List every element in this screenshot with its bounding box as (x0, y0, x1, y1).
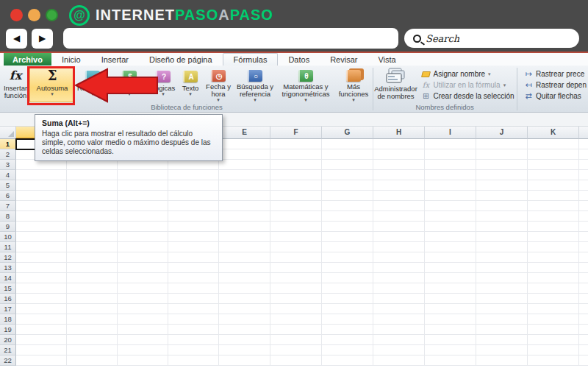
cell[interactable] (118, 180, 168, 191)
ribbon-button-fecha-y-hora[interactable]: ◷Fecha y hora▾ (203, 66, 234, 102)
cell[interactable] (322, 252, 373, 263)
cell[interactable] (16, 242, 67, 252)
cell[interactable] (579, 180, 588, 191)
cell[interactable] (118, 201, 168, 211)
cell[interactable] (118, 242, 168, 252)
cell[interactable] (270, 273, 322, 283)
cell[interactable] (67, 263, 118, 273)
cell[interactable] (579, 345, 588, 355)
cell[interactable] (579, 335, 588, 345)
cell[interactable] (16, 211, 67, 222)
cell[interactable] (219, 160, 270, 170)
row-header-15[interactable]: 15 (0, 283, 16, 294)
cell[interactable] (118, 160, 168, 170)
cell[interactable] (373, 273, 425, 283)
cell[interactable] (270, 355, 322, 366)
cell[interactable] (16, 180, 67, 191)
cell[interactable] (528, 170, 579, 180)
row-header-12[interactable]: 12 (0, 252, 16, 263)
cell[interactable] (118, 355, 168, 366)
row-header-19[interactable]: 19 (0, 325, 16, 335)
cell[interactable] (270, 242, 322, 252)
cell[interactable] (67, 283, 118, 294)
cell[interactable] (16, 252, 67, 263)
cell[interactable] (528, 252, 579, 263)
cell[interactable] (476, 283, 528, 294)
cell[interactable] (168, 191, 219, 201)
cell[interactable] (322, 263, 373, 273)
cell[interactable] (16, 170, 67, 180)
cell[interactable] (67, 222, 118, 232)
cell[interactable] (118, 304, 168, 314)
cell[interactable] (219, 222, 270, 232)
cell[interactable] (476, 294, 528, 304)
cell[interactable] (528, 325, 579, 335)
cell[interactable] (425, 211, 476, 222)
row-header-18[interactable]: 18 (0, 314, 16, 325)
minimize-window-button[interactable] (28, 9, 40, 21)
cell[interactable] (425, 335, 476, 345)
ribbon-button-busqueda-y-referencia[interactable]: ○Búsqueda y referencia▾ (234, 66, 276, 102)
cell[interactable] (373, 201, 425, 211)
tab-inicio[interactable]: Inicio (51, 53, 91, 66)
cell[interactable] (373, 355, 425, 366)
cell[interactable] (579, 273, 588, 283)
cell[interactable] (476, 191, 528, 201)
cell[interactable] (476, 355, 528, 366)
cell[interactable] (118, 252, 168, 263)
cell[interactable] (425, 304, 476, 314)
cell[interactable] (528, 283, 579, 294)
row-header-21[interactable]: 21 (0, 345, 16, 355)
row-header-6[interactable]: 6 (0, 191, 16, 201)
cell[interactable] (67, 252, 118, 263)
row-header-2[interactable]: 2 (0, 149, 16, 160)
cell[interactable] (579, 170, 588, 180)
cell[interactable] (476, 304, 528, 314)
cell[interactable] (373, 242, 425, 252)
cell[interactable] (168, 242, 219, 252)
cell[interactable] (219, 211, 270, 222)
cell[interactable] (579, 211, 588, 222)
column-header-F[interactable]: F (270, 127, 322, 139)
ribbon-button-mas-funciones[interactable]: Más funciones▾ (335, 66, 372, 102)
cell[interactable] (219, 201, 270, 211)
cell[interactable] (425, 139, 476, 149)
cell[interactable] (168, 314, 219, 325)
cell[interactable] (168, 201, 219, 211)
cell[interactable] (168, 283, 219, 294)
cell[interactable] (219, 232, 270, 242)
cell[interactable] (425, 355, 476, 366)
cell[interactable] (425, 160, 476, 170)
cell[interactable] (118, 222, 168, 232)
select-all-corner[interactable] (0, 127, 16, 139)
cell[interactable] (425, 345, 476, 355)
cell[interactable] (373, 252, 425, 263)
cell[interactable] (270, 304, 322, 314)
forward-button[interactable]: ▶ (32, 29, 53, 49)
column-header[interactable] (579, 127, 588, 139)
cell[interactable] (322, 283, 373, 294)
column-header-E[interactable]: E (219, 127, 270, 139)
tab-datos[interactable]: Datos (278, 53, 320, 66)
tab-revisar[interactable]: Revisar (320, 53, 368, 66)
cell[interactable] (425, 170, 476, 180)
cell[interactable] (168, 325, 219, 335)
cell[interactable] (118, 170, 168, 180)
cell[interactable] (322, 149, 373, 160)
cell[interactable] (67, 201, 118, 211)
cell[interactable] (373, 263, 425, 273)
ribbon-button-rastrear-precedentes[interactable]: ↦Rastrear prece (523, 68, 587, 79)
search-box[interactable]: Search (404, 29, 579, 48)
cell[interactable] (168, 160, 219, 170)
cell[interactable] (528, 160, 579, 170)
cell[interactable] (322, 314, 373, 325)
cell[interactable] (476, 160, 528, 170)
cell[interactable] (425, 201, 476, 211)
cell[interactable] (476, 201, 528, 211)
cell[interactable] (67, 273, 118, 283)
tab-formulas[interactable]: Fórmulas (223, 53, 279, 66)
cell[interactable] (373, 180, 425, 191)
ribbon-button-quitar-flechas[interactable]: ⇄Quitar flechas (523, 91, 587, 102)
cell[interactable] (270, 139, 322, 149)
cell[interactable] (118, 294, 168, 304)
